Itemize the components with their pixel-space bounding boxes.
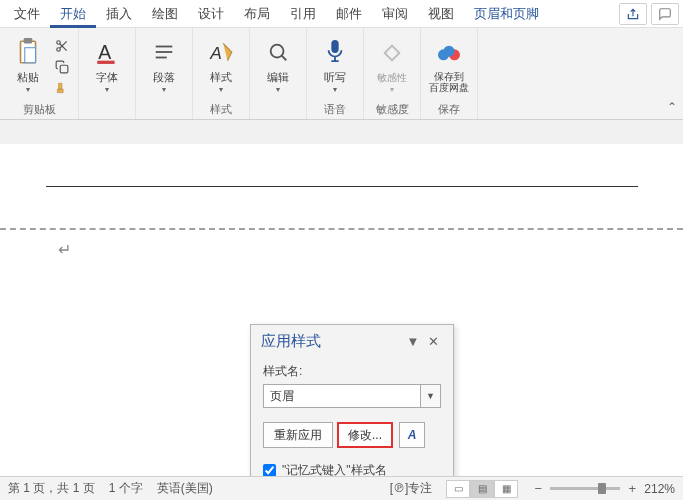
modify-button[interactable]: 修改... bbox=[337, 422, 393, 448]
pane-options-button[interactable]: ▼ bbox=[403, 334, 423, 349]
apply-styles-pane: 应用样式 ▼ ✕ 样式名: 页眉 ▼ 重新应用 修改... A "记忆式键入"样… bbox=[250, 324, 454, 476]
chevron-down-icon: ▾ bbox=[276, 85, 280, 94]
svg-point-3 bbox=[57, 40, 61, 44]
collapse-ribbon-button[interactable]: ⌃ bbox=[667, 100, 677, 114]
copy-button[interactable] bbox=[52, 57, 72, 76]
chevron-down-icon: ▾ bbox=[26, 85, 30, 94]
comment-icon bbox=[658, 7, 672, 21]
group-paragraph: 段落 ▾ bbox=[136, 28, 193, 119]
zoom-in-button[interactable]: + bbox=[626, 481, 638, 496]
zoom-slider[interactable] bbox=[550, 487, 620, 490]
svg-text:A: A bbox=[98, 41, 111, 63]
status-words[interactable]: 1 个字 bbox=[109, 480, 143, 497]
tab-header-footer[interactable]: 页眉和页脚 bbox=[464, 0, 549, 28]
tag-icon bbox=[381, 42, 403, 64]
brush-icon bbox=[55, 81, 69, 95]
chevron-down-icon: ▾ bbox=[162, 85, 166, 94]
svg-point-14 bbox=[271, 45, 284, 58]
autocomplete-checkbox-row[interactable]: "记忆式键入"样式名 bbox=[263, 462, 441, 476]
paragraph-icon bbox=[153, 41, 175, 63]
sensitivity-button[interactable]: 敏感性 ▾ bbox=[370, 32, 414, 98]
dictate-button[interactable]: 听写 ▾ bbox=[313, 32, 357, 98]
group-sensitivity: 敏感性 ▾ 敏感度 bbox=[364, 28, 421, 119]
svg-rect-9 bbox=[97, 61, 114, 64]
view-web-button[interactable]: ▦ bbox=[494, 480, 518, 498]
svg-point-4 bbox=[57, 47, 61, 51]
group-edit: 编辑 ▾ bbox=[250, 28, 307, 119]
styles-icon: A bbox=[208, 39, 234, 65]
document-area: ↵ 应用样式 ▼ ✕ 样式名: 页眉 ▼ 重新应用 修改... A "记忆式键入… bbox=[0, 120, 683, 476]
tab-references[interactable]: 引用 bbox=[280, 0, 326, 28]
svg-point-19 bbox=[444, 46, 455, 57]
styles-pane-launcher-button[interactable]: A bbox=[399, 422, 425, 448]
pane-close-button[interactable]: ✕ bbox=[423, 334, 443, 349]
svg-rect-2 bbox=[25, 48, 36, 63]
microphone-icon bbox=[324, 39, 346, 65]
chevron-down-icon: ▾ bbox=[105, 85, 109, 94]
view-print-button[interactable]: ▤ bbox=[470, 480, 494, 498]
chevron-down-icon: ▾ bbox=[390, 85, 394, 94]
format-painter-button[interactable] bbox=[52, 79, 72, 98]
reapply-button[interactable]: 重新应用 bbox=[263, 422, 333, 448]
copy-icon bbox=[55, 60, 69, 74]
tab-home[interactable]: 开始 bbox=[50, 0, 96, 28]
font-icon: A bbox=[94, 39, 120, 65]
status-bar: 第 1 页，共 1 页 1 个字 英语(美国) [℗]专注 ▭ ▤ ▦ − + … bbox=[0, 476, 683, 500]
styles-button[interactable]: A 样式 ▾ bbox=[199, 32, 243, 98]
header-region[interactable] bbox=[46, 186, 638, 228]
chevron-down-icon: ▾ bbox=[333, 85, 337, 94]
svg-text:A: A bbox=[209, 43, 222, 63]
style-name-label: 样式名: bbox=[263, 363, 441, 380]
zoom-out-button[interactable]: − bbox=[532, 481, 544, 496]
group-font: A 字体 ▾ bbox=[79, 28, 136, 119]
tab-design[interactable]: 设计 bbox=[188, 0, 234, 28]
style-name-input[interactable]: 页眉 bbox=[263, 384, 421, 408]
autocomplete-label: "记忆式键入"样式名 bbox=[282, 462, 387, 476]
search-icon bbox=[267, 41, 289, 63]
cloud-icon bbox=[436, 42, 462, 64]
tab-mail[interactable]: 邮件 bbox=[326, 0, 372, 28]
tab-review[interactable]: 审阅 bbox=[372, 0, 418, 28]
svg-rect-16 bbox=[332, 41, 338, 52]
paragraph-button[interactable]: 段落 ▾ bbox=[142, 32, 186, 98]
tab-view[interactable]: 视图 bbox=[418, 0, 464, 28]
comments-button[interactable] bbox=[651, 3, 679, 25]
status-page[interactable]: 第 1 页，共 1 页 bbox=[8, 480, 95, 497]
tab-draw[interactable]: 绘图 bbox=[142, 0, 188, 28]
zoom-thumb[interactable] bbox=[598, 483, 606, 494]
tab-layout[interactable]: 布局 bbox=[234, 0, 280, 28]
svg-line-15 bbox=[282, 56, 287, 61]
style-dropdown-button[interactable]: ▼ bbox=[421, 384, 441, 408]
scissors-icon bbox=[55, 39, 69, 53]
font-button[interactable]: A 字体 ▾ bbox=[85, 32, 129, 98]
autocomplete-checkbox[interactable] bbox=[263, 464, 276, 476]
tab-insert[interactable]: 插入 bbox=[96, 0, 142, 28]
save-baidu-button[interactable]: 保存到百度网盘 bbox=[427, 32, 471, 98]
group-styles: A 样式 ▾ 样式 bbox=[193, 28, 250, 119]
clipboard-icon bbox=[15, 37, 41, 67]
svg-rect-1 bbox=[24, 38, 33, 43]
group-save: 保存到百度网盘 保存 bbox=[421, 28, 478, 119]
share-icon bbox=[626, 7, 640, 21]
svg-rect-7 bbox=[60, 65, 68, 73]
chevron-down-icon: ▾ bbox=[219, 85, 223, 94]
group-clipboard: 粘贴 ▾ 剪贴板 bbox=[0, 28, 79, 119]
view-read-button[interactable]: ▭ bbox=[446, 480, 470, 498]
cut-button[interactable] bbox=[52, 36, 72, 55]
status-language[interactable]: 英语(美国) bbox=[157, 480, 213, 497]
zoom-level[interactable]: 212% bbox=[644, 482, 675, 496]
header-boundary bbox=[0, 228, 683, 230]
pane-title: 应用样式 bbox=[261, 332, 403, 351]
focus-mode-button[interactable]: [℗]专注 bbox=[390, 480, 433, 497]
tab-file[interactable]: 文件 bbox=[4, 0, 50, 28]
edit-button[interactable]: 编辑 ▾ bbox=[256, 32, 300, 98]
paste-button[interactable]: 粘贴 ▾ bbox=[6, 32, 50, 98]
paragraph-mark-icon: ↵ bbox=[58, 240, 71, 259]
share-button[interactable] bbox=[619, 3, 647, 25]
group-voice: 听写 ▾ 语音 bbox=[307, 28, 364, 119]
